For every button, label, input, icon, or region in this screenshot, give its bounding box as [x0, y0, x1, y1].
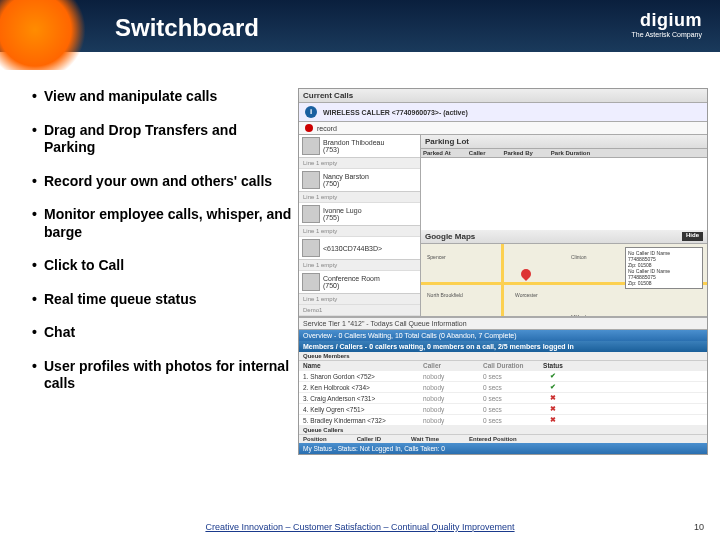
empty-line: Line 1 empty: [299, 226, 420, 237]
maps-label: Google Maps: [425, 232, 475, 241]
ext-number: (755): [323, 214, 362, 221]
col: Parked At: [423, 150, 451, 156]
maps-header: Google Maps Hide: [421, 230, 707, 244]
parking-columns: Parked At Caller Parked By Park Duration: [421, 149, 707, 158]
member-caller: nobody: [423, 395, 483, 402]
table-row[interactable]: 5. Bradley Kinderman <732>nobody0 secs✖: [299, 415, 707, 426]
demo-slot: Demo1: [299, 305, 420, 316]
avatar: [302, 205, 320, 223]
record-label: record: [317, 125, 337, 132]
queue-members-table: Name Caller Call Duration Status 1. Shar…: [299, 361, 707, 426]
col: Caller ID: [357, 436, 381, 442]
member-caller: nobody: [423, 417, 483, 424]
hide-button[interactable]: Hide: [682, 232, 703, 241]
extension-card[interactable]: Nancy Barston(750): [299, 169, 420, 192]
col: Position: [303, 436, 327, 442]
map-place: Worcester: [515, 292, 538, 298]
ext-number: (750): [323, 282, 380, 289]
member-name: 1. Sharon Gordon <752>: [303, 373, 423, 380]
queue-callers-label: Queue Callers: [299, 426, 707, 435]
slide-title: Switchboard: [115, 14, 259, 42]
ext-name: Nancy Barston: [323, 173, 369, 180]
ext-name: Conference Room: [323, 275, 380, 282]
map-place: Clinton: [571, 254, 587, 260]
card-line: Zip: 01508: [628, 280, 700, 286]
member-dur: 0 secs: [483, 417, 543, 424]
members-callers-bar: Members / Callers - 0 callers waiting, 0…: [299, 341, 707, 352]
switchboard-screenshot: Current Calls i WIRELESS CALLER <7740960…: [298, 88, 708, 455]
col: Caller: [469, 150, 486, 156]
member-dur: 0 secs: [483, 395, 543, 402]
empty-line: Line 1 empty: [299, 294, 420, 305]
record-row[interactable]: record: [299, 122, 707, 135]
avatar: [302, 273, 320, 291]
avatar: [302, 137, 320, 155]
table-row[interactable]: 4. Kelly Ogren <751>nobody0 secs✖: [299, 404, 707, 415]
col: Parked By: [503, 150, 532, 156]
member-caller: nobody: [423, 373, 483, 380]
empty-line: Line 1 empty: [299, 260, 420, 271]
ext-number: (750): [323, 180, 369, 187]
extension-card[interactable]: Brandon Thibodeau(753): [299, 135, 420, 158]
col: Status: [543, 362, 563, 369]
current-call-row[interactable]: i WIRELESS CALLER <7740960073>- (active): [299, 103, 707, 122]
x-icon: ✖: [543, 405, 563, 413]
member-caller: nobody: [423, 406, 483, 413]
map-place: Spencer: [427, 254, 446, 260]
bullet-item: View and manipulate calls: [32, 88, 292, 106]
bullet-item: Click to Call: [32, 257, 292, 275]
header-accent: [0, 0, 95, 70]
bullet-item: Drag and Drop Transfers and Parking: [32, 122, 292, 157]
parking-lot-header: Parking Lot: [421, 135, 707, 149]
extension-card[interactable]: Ivonne Lugo(755): [299, 203, 420, 226]
queue-callers-columns: Position Caller ID Wait Time Entered Pos…: [299, 435, 707, 443]
bullet-item: Chat: [32, 324, 292, 342]
logo: digium The Asterisk Company: [632, 10, 702, 38]
table-row[interactable]: 1. Sharon Gordon <752>nobody0 secs✔: [299, 371, 707, 382]
col: Caller: [423, 362, 483, 369]
bullet-item: Monitor employee calls, whisper, and bar…: [32, 206, 292, 241]
parking-body[interactable]: [421, 158, 707, 230]
empty-line: Line 1 empty: [299, 192, 420, 203]
bullet-list: View and manipulate calls Drag and Drop …: [32, 88, 292, 455]
map-place: Milford: [571, 314, 586, 316]
empty-line: Line 1 empty: [299, 158, 420, 169]
avatar: [302, 239, 320, 257]
page-number: 10: [694, 522, 704, 532]
map-place: North Brookfield: [427, 292, 463, 298]
member-dur: 0 secs: [483, 373, 543, 380]
member-name: 2. Ken Holbrook <734>: [303, 384, 423, 391]
table-row[interactable]: 2. Ken Holbrook <734>nobody0 secs✔: [299, 382, 707, 393]
bullet-item: Real time queue status: [32, 291, 292, 309]
header-bg: [0, 0, 720, 52]
col: Park Duration: [551, 150, 590, 156]
ext-number: (753): [323, 146, 384, 153]
map-pin-icon[interactable]: [519, 267, 533, 281]
logo-text: digium: [632, 10, 702, 31]
info-icon: i: [305, 106, 317, 118]
x-icon: ✖: [543, 416, 563, 424]
service-tier-bar: Service Tier 1 "412" - Todays Call Queue…: [299, 317, 707, 330]
current-calls-header: Current Calls: [299, 89, 707, 103]
map-road: [501, 244, 504, 316]
table-header: Name Caller Call Duration Status: [299, 361, 707, 371]
extension-card[interactable]: Conference Room(750): [299, 271, 420, 294]
member-name: 4. Kelly Ogren <751>: [303, 406, 423, 413]
extension-list: Brandon Thibodeau(753) Line 1 empty Nanc…: [299, 135, 421, 316]
map[interactable]: North Brookfield Spencer Worcester Clint…: [421, 244, 707, 316]
queue-members-label: Queue Members: [299, 352, 707, 361]
col: Entered Position: [469, 436, 517, 442]
my-status-bar: My Status - Status: Not Logged In, Calls…: [299, 443, 707, 454]
ext-name: Ivonne Lugo: [323, 207, 362, 214]
table-row[interactable]: 3. Craig Anderson <731>nobody0 secs✖: [299, 393, 707, 404]
x-icon: ✖: [543, 394, 563, 402]
col: Wait Time: [411, 436, 439, 442]
ext-name: Brandon Thibodeau: [323, 139, 384, 146]
member-dur: 0 secs: [483, 406, 543, 413]
member-name: 3. Craig Anderson <731>: [303, 395, 423, 402]
extension-card[interactable]: <6130CD744B3D>: [299, 237, 420, 260]
slide-header: Switchboard digium The Asterisk Company: [0, 0, 720, 70]
ext-name: <6130CD744B3D>: [323, 245, 382, 252]
caller-id-text: WIRELESS CALLER <7740960073>- (active): [323, 109, 468, 116]
check-icon: ✔: [543, 383, 563, 391]
